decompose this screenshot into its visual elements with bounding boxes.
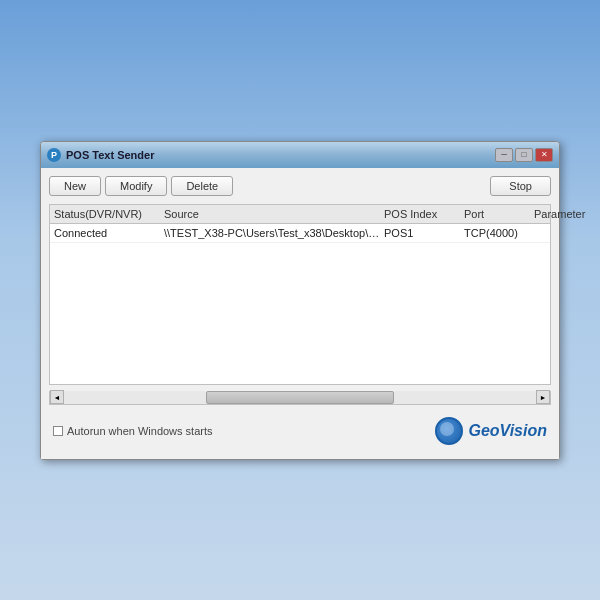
stop-button[interactable]: Stop — [490, 176, 551, 196]
geovision-logo-icon — [435, 417, 463, 445]
scroll-thumb[interactable] — [206, 391, 395, 404]
toolbar: New Modify Delete Stop — [49, 176, 551, 196]
cell-port: TCP(4000) — [464, 227, 534, 239]
cell-status: Connected — [54, 227, 164, 239]
header-pos-index: POS Index — [384, 208, 464, 220]
autorun-text: Autorun when Windows starts — [67, 425, 213, 437]
table-row[interactable]: Connected \\TEST_X38-PC\Users\Test_x38\D… — [50, 224, 550, 243]
cell-parameter — [534, 227, 600, 239]
new-button[interactable]: New — [49, 176, 101, 196]
scroll-track[interactable] — [64, 391, 536, 404]
app-icon: P — [47, 148, 61, 162]
autorun-checkbox[interactable] — [53, 426, 63, 436]
maximize-button[interactable]: □ — [515, 148, 533, 162]
geovision-brand: GeoVision — [435, 417, 547, 445]
minimize-button[interactable]: ─ — [495, 148, 513, 162]
window-controls: ─ □ ✕ — [495, 148, 553, 162]
header-status: Status(DVR/NVR) — [54, 208, 164, 220]
main-window: P POS Text Sender ─ □ ✕ New Modify Delet… — [40, 141, 560, 460]
data-table: Status(DVR/NVR) Source POS Index Port Pa… — [49, 204, 551, 385]
title-bar: P POS Text Sender ─ □ ✕ — [41, 142, 559, 168]
modify-button[interactable]: Modify — [105, 176, 167, 196]
close-button[interactable]: ✕ — [535, 148, 553, 162]
horizontal-scrollbar[interactable]: ◄ ► — [49, 391, 551, 405]
window-title: POS Text Sender — [66, 149, 495, 161]
scroll-right-button[interactable]: ► — [536, 390, 550, 404]
delete-button[interactable]: Delete — [171, 176, 233, 196]
header-source: Source — [164, 208, 384, 220]
table-header: Status(DVR/NVR) Source POS Index Port Pa… — [50, 205, 550, 224]
scroll-left-button[interactable]: ◄ — [50, 390, 64, 404]
window-content: New Modify Delete Stop Status(DVR/NVR) S… — [41, 168, 559, 459]
geovision-brand-name: GeoVision — [468, 422, 547, 440]
header-port: Port — [464, 208, 534, 220]
table-body: Connected \\TEST_X38-PC\Users\Test_x38\D… — [50, 224, 550, 384]
cell-source: \\TEST_X38-PC\Users\Test_x38\Desktop\POS… — [164, 227, 384, 239]
autorun-label[interactable]: Autorun when Windows starts — [53, 425, 213, 437]
header-parameter: Parameter — [534, 208, 600, 220]
cell-pos-index: POS1 — [384, 227, 464, 239]
footer: Autorun when Windows starts GeoVision — [49, 413, 551, 451]
